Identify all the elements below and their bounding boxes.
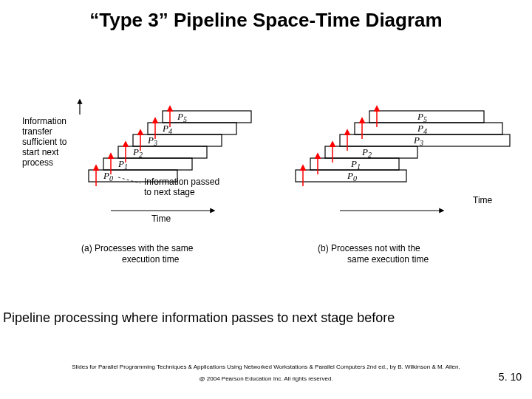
svg-text:P5: P5 (417, 111, 427, 123)
proc-sub: 1 (124, 163, 128, 171)
subtitle: Pipeline processing where information pa… (3, 310, 532, 326)
proc-label: P (117, 158, 124, 169)
svg-text:P4: P4 (162, 123, 172, 135)
svg-rect-7 (118, 146, 207, 158)
note-info-transfer: Information transfer sufficient to start… (22, 116, 67, 168)
svg-text:Information: Information (22, 116, 66, 126)
svg-text:(a) Processes with the same: (a) Processes with the same (81, 243, 194, 253)
footer-line-2: @ 2004 Pearson Education Inc. All rights… (0, 375, 532, 382)
proc-label: P (350, 158, 357, 169)
note-info-passed: Information passed to next stage (118, 177, 219, 197)
proc-label: P (177, 111, 183, 122)
proc-row-p2: P2 (118, 142, 207, 163)
svg-text:execution time: execution time (122, 254, 180, 265)
proc-row-p3: P3 (133, 130, 222, 151)
svg-text:P4: P4 (417, 123, 427, 135)
proc-label: P (103, 170, 109, 181)
proc-sub: 4 (168, 127, 172, 135)
pipeline-diagram: P0 P1 P2 P3 (0, 59, 532, 281)
proc-sub: 5 (183, 115, 187, 123)
svg-text:P1: P1 (117, 158, 128, 171)
svg-text:P5: P5 (177, 111, 187, 123)
svg-text:transfer: transfer (22, 126, 52, 137)
proc-sub: 3 (419, 139, 423, 147)
svg-text:start next: start next (22, 147, 59, 157)
svg-text:P0: P0 (103, 170, 113, 183)
footer-line-1: Slides for Parallel Programming Techniqu… (0, 364, 532, 370)
caption-b: (b) Processes not with the same executio… (318, 243, 429, 265)
proc-sub: 0 (109, 174, 113, 183)
svg-text:P3: P3 (147, 134, 157, 147)
caption-a: (a) Processes with the same execution ti… (81, 243, 194, 265)
svg-line-24 (118, 177, 140, 183)
time-axis-b: Time (340, 195, 493, 211)
proc-sub: 3 (153, 139, 157, 147)
proc-sub: 5 (423, 115, 427, 123)
proc-label: P (162, 123, 168, 134)
proc-sub: 1 (357, 163, 361, 171)
proc-label: P (417, 111, 423, 122)
proc-label: P (132, 146, 139, 157)
svg-text:P1: P1 (350, 158, 361, 171)
proc-sub: 4 (423, 127, 427, 135)
page-title: “Type 3” Pipeline Space-Time Diagram (0, 9, 532, 32)
proc-row-p2: P2 (325, 142, 417, 163)
svg-text:Time: Time (151, 214, 171, 224)
proc-label: P (147, 134, 154, 146)
proc-row-p5: P5 (369, 106, 484, 127)
proc-sub: 2 (368, 151, 372, 159)
diagram-a: P0 P1 P2 P3 (22, 100, 251, 265)
svg-text:P3: P3 (413, 134, 423, 147)
proc-row-p1: P1 (310, 154, 399, 174)
svg-rect-4 (103, 158, 192, 170)
proc-label: P (413, 134, 420, 146)
svg-text:(b) Processes not with the: (b) Processes not with the (318, 243, 420, 253)
proc-sub: 0 (353, 174, 357, 183)
proc-row-p1: P1 (103, 154, 192, 174)
proc-label: P (417, 123, 423, 134)
svg-text:P2: P2 (132, 146, 143, 159)
slide: “Type 3” Pipeline Space-Time Diagram (0, 0, 532, 399)
proc-label: P (347, 170, 353, 181)
proc-label: P (361, 146, 368, 157)
svg-text:Information passed: Information passed (144, 177, 219, 187)
proc-row-p5: P5 (163, 106, 251, 127)
page-number: 5. 10 (499, 371, 522, 383)
svg-text:P2: P2 (361, 146, 372, 159)
time-axis-a: Time (111, 211, 214, 224)
svg-rect-13 (148, 123, 236, 134)
svg-text:P0: P0 (347, 170, 357, 183)
svg-text:same execution time: same execution time (347, 254, 429, 265)
diagram-b: P0 P1 P2 P3 (296, 106, 510, 265)
svg-text:Time: Time (473, 195, 493, 205)
proc-sub: 2 (139, 151, 143, 159)
svg-text:to next stage: to next stage (144, 187, 195, 197)
svg-rect-40 (340, 134, 510, 146)
svg-text:sufficient to: sufficient to (22, 137, 67, 147)
svg-rect-16 (163, 111, 251, 123)
svg-rect-10 (133, 134, 222, 146)
svg-text:process: process (22, 157, 53, 168)
proc-row-p4: P4 (148, 118, 236, 139)
